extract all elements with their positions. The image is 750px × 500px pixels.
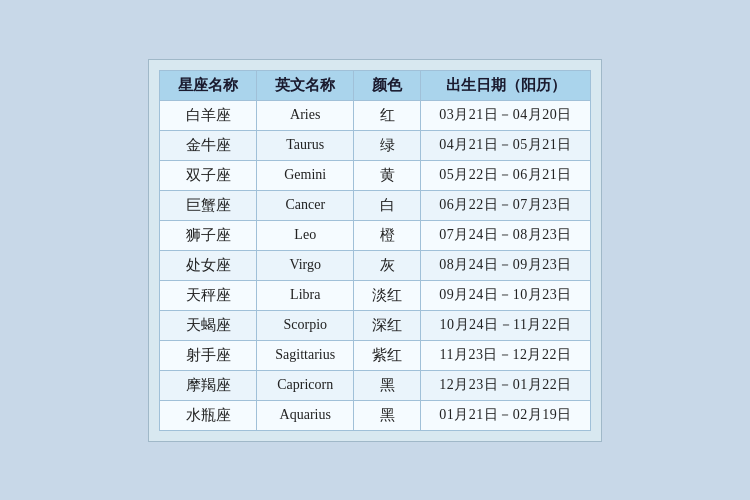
cell-english-name: Cancer [257, 190, 354, 220]
cell-color: 橙 [354, 220, 421, 250]
cell-dates: 10月24日－11月22日 [421, 310, 591, 340]
table-row: 水瓶座Aquarius黑01月21日－02月19日 [160, 400, 591, 430]
header-dates: 出生日期（阳历） [421, 70, 591, 100]
cell-english-name: Scorpio [257, 310, 354, 340]
header-english-name: 英文名称 [257, 70, 354, 100]
cell-dates: 08月24日－09月23日 [421, 250, 591, 280]
cell-chinese-name: 摩羯座 [160, 370, 257, 400]
cell-chinese-name: 水瓶座 [160, 400, 257, 430]
cell-color: 淡红 [354, 280, 421, 310]
cell-color: 深红 [354, 310, 421, 340]
cell-color: 白 [354, 190, 421, 220]
cell-english-name: Gemini [257, 160, 354, 190]
cell-color: 紫红 [354, 340, 421, 370]
cell-dates: 03月21日－04月20日 [421, 100, 591, 130]
cell-chinese-name: 射手座 [160, 340, 257, 370]
cell-english-name: Aquarius [257, 400, 354, 430]
cell-dates: 05月22日－06月21日 [421, 160, 591, 190]
cell-dates: 11月23日－12月22日 [421, 340, 591, 370]
cell-chinese-name: 金牛座 [160, 130, 257, 160]
table-row: 双子座Gemini黄05月22日－06月21日 [160, 160, 591, 190]
zodiac-table: 星座名称 英文名称 颜色 出生日期（阳历） 白羊座Aries红03月21日－04… [159, 70, 591, 431]
cell-chinese-name: 白羊座 [160, 100, 257, 130]
cell-color: 黑 [354, 400, 421, 430]
cell-color: 灰 [354, 250, 421, 280]
table-row: 天蝎座Scorpio深红10月24日－11月22日 [160, 310, 591, 340]
cell-color: 绿 [354, 130, 421, 160]
cell-dates: 01月21日－02月19日 [421, 400, 591, 430]
cell-color: 黑 [354, 370, 421, 400]
table-row: 处女座Virgo灰08月24日－09月23日 [160, 250, 591, 280]
table-row: 摩羯座Capricorn黑12月23日－01月22日 [160, 370, 591, 400]
cell-color: 黄 [354, 160, 421, 190]
cell-dates: 06月22日－07月23日 [421, 190, 591, 220]
cell-chinese-name: 狮子座 [160, 220, 257, 250]
zodiac-table-container: 星座名称 英文名称 颜色 出生日期（阳历） 白羊座Aries红03月21日－04… [148, 59, 602, 442]
cell-chinese-name: 天秤座 [160, 280, 257, 310]
table-row: 金牛座Taurus绿04月21日－05月21日 [160, 130, 591, 160]
cell-chinese-name: 双子座 [160, 160, 257, 190]
cell-dates: 07月24日－08月23日 [421, 220, 591, 250]
cell-english-name: Virgo [257, 250, 354, 280]
cell-english-name: Aries [257, 100, 354, 130]
cell-chinese-name: 巨蟹座 [160, 190, 257, 220]
table-row: 射手座Sagittarius紫红11月23日－12月22日 [160, 340, 591, 370]
cell-english-name: Sagittarius [257, 340, 354, 370]
cell-dates: 12月23日－01月22日 [421, 370, 591, 400]
table-row: 巨蟹座Cancer白06月22日－07月23日 [160, 190, 591, 220]
table-row: 天秤座Libra淡红09月24日－10月23日 [160, 280, 591, 310]
cell-dates: 04月21日－05月21日 [421, 130, 591, 160]
cell-dates: 09月24日－10月23日 [421, 280, 591, 310]
table-body: 白羊座Aries红03月21日－04月20日金牛座Taurus绿04月21日－0… [160, 100, 591, 430]
table-header-row: 星座名称 英文名称 颜色 出生日期（阳历） [160, 70, 591, 100]
cell-chinese-name: 天蝎座 [160, 310, 257, 340]
cell-english-name: Capricorn [257, 370, 354, 400]
cell-english-name: Libra [257, 280, 354, 310]
table-row: 白羊座Aries红03月21日－04月20日 [160, 100, 591, 130]
cell-color: 红 [354, 100, 421, 130]
table-row: 狮子座Leo橙07月24日－08月23日 [160, 220, 591, 250]
header-chinese-name: 星座名称 [160, 70, 257, 100]
cell-english-name: Taurus [257, 130, 354, 160]
cell-chinese-name: 处女座 [160, 250, 257, 280]
header-color: 颜色 [354, 70, 421, 100]
cell-english-name: Leo [257, 220, 354, 250]
